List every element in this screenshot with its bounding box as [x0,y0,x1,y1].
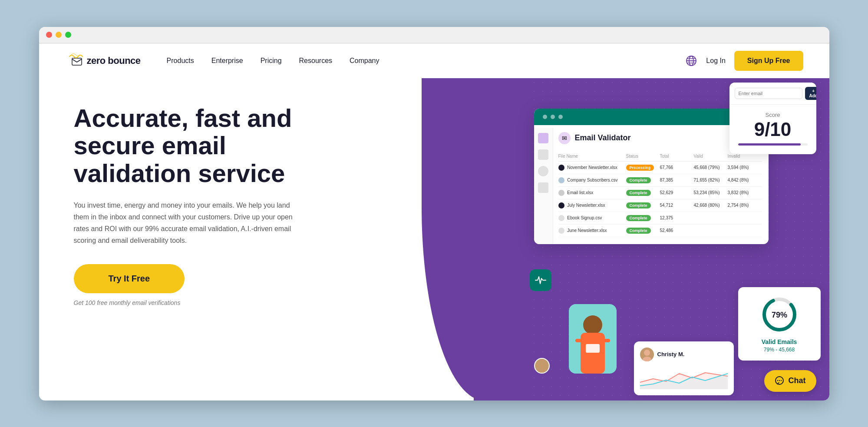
row4-valid: 42,668 (80%) [694,203,728,208]
donut-chart: 79% [760,295,799,334]
row6-total: 52,486 [660,228,694,233]
score-label: Score [738,112,808,118]
email-input[interactable] [735,88,802,99]
row4-name: July Newsletter.xlsx [558,202,626,209]
row4-status: Complete [626,202,660,209]
minimize-button[interactable] [56,32,62,38]
row1-status: Processing [626,165,660,171]
chat-button[interactable]: Chat [764,370,816,392]
svg-rect-12 [586,344,600,353]
nav-company[interactable]: Company [350,57,379,65]
svg-point-16 [643,357,651,361]
hero-title: Accurate, fast and secure email validati… [74,104,326,187]
hero-section: Accurate, fast and secure email validati… [39,78,829,401]
table-container: File Name Status Total Valid Invalid Nov… [558,151,762,237]
col-total: Total [660,154,694,159]
row3-invalid: 3,832 (8%) [728,190,762,195]
row4-invalid: 2,754 (8%) [728,203,762,208]
hero-description: You invest time, energy and money into y… [74,199,300,247]
score-card-input-area: + Add [729,83,816,105]
try-free-button[interactable]: Try It Free [74,264,185,293]
browser-titlebar [39,27,829,43]
add-button[interactable]: + Add [805,87,816,100]
row1-valid: 45,668 (79%) [694,165,728,170]
hero-left: Accurate, fast and secure email validati… [39,78,474,401]
row2-invalid: 4,842 (8%) [728,178,762,182]
graph-card: Christy M. [634,341,734,395]
row3-status: Complete [626,190,660,196]
person-card [569,304,617,374]
dashboard-area: ✉ Email Validator File Name Status Total… [508,83,821,395]
sidebar-icon-1 [538,133,548,143]
nav-products[interactable]: Products [167,57,194,65]
maximize-button[interactable] [65,32,71,38]
svg-rect-10 [575,339,581,342]
logo-area: zero bounce [65,53,141,69]
table-row: Ebook Signup.csv Complete 12,375 [558,212,762,225]
col-valid: Valid [694,154,728,159]
valid-label: Valid Emails [746,338,813,345]
login-link[interactable]: Log In [706,57,725,65]
col-invalid: Invalid [728,154,762,159]
row1-name: November Newsletter.xlsx [558,165,626,171]
header: zero bounce Products Enterprise Pricing … [39,43,829,78]
svg-point-8 [583,315,602,334]
nav-pricing[interactable]: Pricing [261,57,282,65]
row6-status: Complete [626,228,660,234]
close-button[interactable] [46,32,52,38]
valid-emails-card: 79% Valid Emails 79% - 45,668 [738,287,821,361]
mini-chart-svg [640,365,728,389]
logo-icon [65,53,87,69]
score-card: + Add Score 9/10 [729,83,816,154]
row1-invalid: 3,594 (8%) [728,165,762,170]
header-right: Log In Sign Up Free [685,51,803,71]
col-filename: File Name [558,154,626,159]
row3-valid: 53,234 (85%) [694,190,728,195]
row4-total: 54,712 [660,203,694,208]
sidebar-icon-2 [538,149,548,160]
score-value: 9/10 [738,120,808,139]
table-row: Company Subscribers.csv Complete 87,385 … [558,174,762,187]
svg-point-21 [779,380,779,381]
valid-count: 79% - 45,668 [746,347,813,353]
pulse-icon [535,274,547,286]
row5-name: Ebook Signup.csv [558,215,626,221]
card-dot-2 [551,115,555,119]
table-row: Email list.xlsx Complete 52,629 53,234 (… [558,187,762,199]
main-nav: Products Enterprise Pricing Resources Co… [167,57,686,65]
svg-point-22 [780,380,781,381]
row2-status: Complete [626,177,660,183]
donut-pct-text: 79% [771,311,787,319]
ev-title: Email Validator [575,133,631,142]
row5-total: 12,375 [660,215,694,220]
row2-total: 87,385 [660,178,694,182]
person-svg [571,308,614,374]
user-avatar-svg [535,359,550,374]
table-row: July Newsletter.xlsx Complete 54,712 42,… [558,199,762,212]
svg-point-14 [538,368,548,374]
row6-name: June Newsletter.xlsx [558,228,626,234]
row1-total: 67,766 [660,165,694,170]
chat-label: Chat [789,376,806,385]
row5-status: Complete [626,215,660,221]
free-note: Get 100 free monthly email verifications [74,299,448,306]
globe-icon[interactable] [685,55,697,67]
card-dot-1 [543,115,547,119]
chat-icon [775,376,784,386]
user-avatar-small [534,358,550,374]
nav-resources[interactable]: Resources [299,57,332,65]
christy-name: Christy M. [657,351,685,357]
svg-point-13 [539,361,546,368]
user-info-row: Christy M. [640,348,728,361]
svg-point-15 [644,350,650,356]
nav-enterprise[interactable]: Enterprise [211,57,243,65]
signup-button[interactable]: Sign Up Free [734,51,803,71]
ev-icon: ✉ [558,132,571,144]
score-progress-bar [738,143,808,146]
svg-rect-11 [604,339,610,342]
sidebar-icon-3 [538,166,548,176]
score-progress-fill [738,143,801,146]
logo-text: zero bounce [87,55,141,66]
sidebar-icon-4 [538,182,548,193]
svg-point-20 [777,380,778,381]
